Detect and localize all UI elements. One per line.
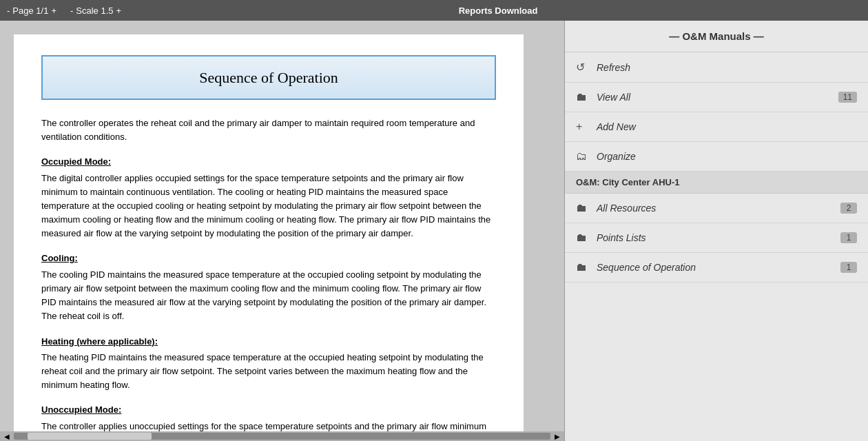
section-body: The controller applies unoccupied settin… (41, 420, 496, 431)
section-body: The heating PID maintains the measured s… (41, 351, 496, 392)
sidebar: — O&M Manuals — ↺ Refresh 🖿 View All 11 … (565, 21, 868, 441)
sidebar-item-organize[interactable]: 🗂 Organize (565, 142, 868, 172)
plus-icon: + (576, 121, 590, 133)
sidebar-item-refresh[interactable]: ↺ Refresh (565, 52, 868, 83)
sidebar-refresh-label: Refresh (597, 62, 857, 73)
document-panel: Sequence of Operation The controller ope… (0, 21, 565, 441)
sidebar-organize-label: Organize (597, 151, 857, 162)
sidebar-view-all-label: View All (597, 92, 831, 103)
folder-points-icon: 🖿 (576, 232, 590, 244)
page-plus[interactable]: + (51, 6, 56, 16)
folder-sequence-icon: 🖿 (576, 261, 590, 274)
section-heading: Occupied Mode: (41, 155, 496, 169)
scale-label: Scale 1.5 (76, 6, 113, 16)
section-heading: Heating (where applicable): (41, 335, 496, 349)
sidebar-add-new-label: Add New (597, 121, 857, 132)
sidebar-title: — O&M Manuals — (565, 21, 868, 52)
reports-download[interactable]: Reports Download (459, 6, 538, 16)
points-lists-badge: 1 (840, 232, 857, 243)
view-all-badge: 11 (838, 92, 857, 103)
scroll-left-arrow[interactable]: ◀ (3, 433, 11, 440)
scroll-track[interactable] (14, 433, 550, 440)
section-body: The cooling PID maintains the measured s… (41, 268, 496, 324)
page-label: Page 1/1 (12, 6, 48, 16)
sidebar-item-view-all[interactable]: 🖿 View All 11 (565, 83, 868, 112)
sidebar-item-all-resources[interactable]: 🖿 All Resources 2 (565, 194, 868, 223)
horizontal-scrollbar[interactable]: ◀ ▶ (0, 431, 564, 441)
sidebar-item-points-lists[interactable]: 🖿 Points Lists 1 (565, 223, 868, 253)
organize-icon: 🗂 (576, 150, 590, 163)
sidebar-all-resources-label: All Resources (597, 203, 834, 214)
folder-all-resources-icon: 🖿 (576, 202, 590, 214)
doc-section: Occupied Mode:The digital controller app… (41, 155, 496, 240)
section-body: The digital controller applies occupied … (41, 172, 496, 241)
sidebar-item-sequence[interactable]: 🖿 Sequence of Operation 1 (565, 253, 868, 283)
all-resources-badge: 2 (840, 203, 857, 214)
toolbar: - Page 1/1 + - Scale 1.5 + Reports Downl… (0, 0, 868, 21)
sidebar-item-add-new[interactable]: + Add New (565, 112, 868, 142)
doc-section: Cooling:The cooling PID maintains the me… (41, 252, 496, 323)
doc-intro: The controller operates the reheat coil … (41, 116, 496, 144)
folder-icon: 🖿 (576, 91, 590, 103)
doc-section: Unoccupied Mode:The controller applies u… (41, 403, 496, 431)
scale-plus[interactable]: + (116, 6, 122, 16)
scale-control[interactable]: - Scale 1.5 + (70, 6, 121, 16)
main-layout: Sequence of Operation The controller ope… (0, 21, 868, 441)
doc-section: Heating (where applicable):The heating P… (41, 335, 496, 393)
section-heading: Cooling: (41, 252, 496, 265)
section-heading: Unoccupied Mode: (41, 403, 496, 417)
document-content: Sequence of Operation The controller ope… (14, 34, 524, 431)
refresh-icon: ↺ (576, 61, 590, 74)
document-scroll-area[interactable]: Sequence of Operation The controller ope… (0, 21, 564, 431)
sidebar-section-header: O&M: City Center AHU-1 (565, 172, 868, 194)
page-minus[interactable]: - (7, 6, 10, 16)
sidebar-sequence-label: Sequence of Operation (597, 262, 834, 273)
doc-sections: Occupied Mode:The digital controller app… (41, 155, 496, 431)
sidebar-points-lists-label: Points Lists (597, 232, 834, 243)
scroll-thumb[interactable] (28, 433, 152, 440)
scroll-right-arrow[interactable]: ▶ (553, 433, 561, 440)
sequence-badge: 1 (840, 262, 857, 273)
doc-title: Sequence of Operation (41, 55, 496, 100)
scale-minus[interactable]: - (70, 6, 73, 16)
page-control[interactable]: - Page 1/1 + (7, 6, 56, 16)
